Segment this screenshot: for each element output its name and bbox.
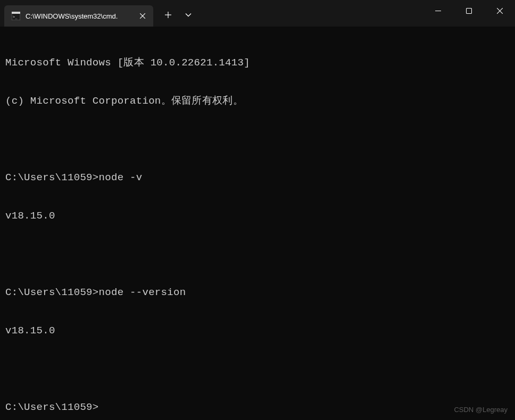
tabs-area: >_ C:\WINDOWS\system32\cmd.: [0, 0, 197, 27]
terminal-prompt: C:\Users\11059>: [5, 401, 510, 414]
maximize-button[interactable]: [453, 0, 484, 21]
window-controls: [422, 0, 515, 27]
tab-dropdown-button[interactable]: [180, 6, 197, 23]
svg-text:>_: >_: [13, 15, 18, 19]
titlebar: >_ C:\WINDOWS\system32\cmd.: [0, 0, 515, 27]
active-tab[interactable]: >_ C:\WINDOWS\system32\cmd.: [4, 5, 153, 27]
terminal-line: v18.15.0: [5, 324, 510, 337]
watermark: CSDN @Legreay: [454, 406, 508, 414]
terminal-line: (c) Microsoft Corporation。保留所有权利。: [5, 95, 510, 107]
terminal-line: v18.15.0: [5, 209, 510, 222]
terminal-line: C:\Users\11059>node --version: [5, 286, 510, 299]
tab-close-button[interactable]: [137, 11, 148, 21]
svg-rect-1: [12, 12, 20, 14]
terminal-line: [5, 133, 510, 146]
terminal-line: [5, 248, 510, 261]
tab-title: C:\WINDOWS\system32\cmd.: [26, 12, 132, 20]
close-button[interactable]: [484, 0, 515, 21]
terminal-line: C:\Users\11059>node -v: [5, 171, 510, 184]
svg-rect-8: [466, 8, 471, 13]
cmd-icon: >_: [12, 12, 20, 20]
tab-actions: [160, 6, 197, 23]
terminal-line: Microsoft Windows [版本 10.0.22621.1413]: [5, 56, 510, 69]
minimize-button[interactable]: [422, 0, 453, 21]
terminal-line: [5, 363, 510, 375]
new-tab-button[interactable]: [160, 6, 177, 23]
terminal-output[interactable]: Microsoft Windows [版本 10.0.22621.1413] (…: [0, 27, 515, 420]
